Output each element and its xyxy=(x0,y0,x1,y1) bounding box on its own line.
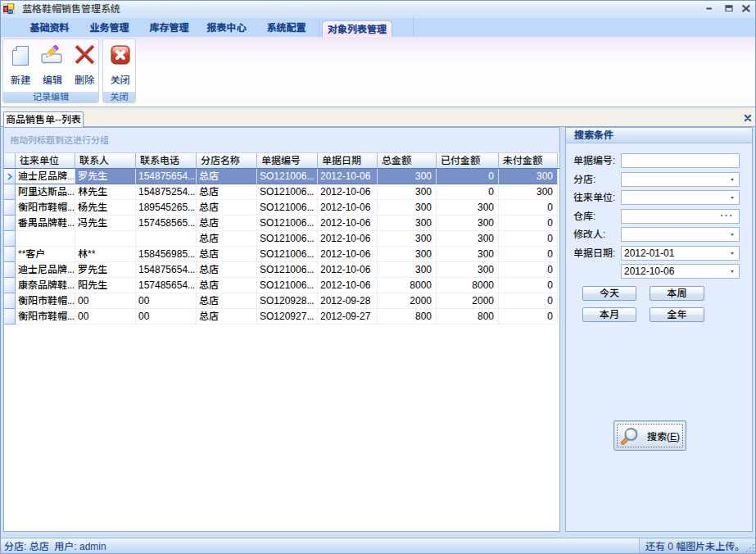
grid-cell[interactable]: 157485654... xyxy=(136,278,197,293)
grid-cell[interactable]: 2012-10-06 xyxy=(318,262,378,278)
grid-cell[interactable]: 康奈品牌鞋... xyxy=(16,278,75,293)
table-row[interactable]: 迪士尼品牌...罗先生154875654...总店SO121006...2012… xyxy=(4,169,559,184)
this-week-button[interactable]: 本周 xyxy=(650,286,704,301)
grid-cell[interactable]: SO121006... xyxy=(257,231,318,247)
grid-cell[interactable]: 迪士尼品牌... xyxy=(16,262,75,278)
close-page-button[interactable]: 关闭 xyxy=(105,41,135,92)
ribbon-tab-system-config[interactable]: 系统配置 xyxy=(256,18,316,37)
grid-cell[interactable]: SO121006... xyxy=(257,184,318,200)
edit-button[interactable]: 编辑 xyxy=(37,41,68,92)
ribbon-tab-object-list-active[interactable]: 对象列表管理 xyxy=(322,20,392,37)
grid-cell[interactable]: 总店 xyxy=(197,184,257,200)
table-row[interactable]: 阿里达斯品...林先生154875254...总店SO121006...2012… xyxy=(4,184,559,200)
grid-cell[interactable]: 0 xyxy=(437,169,499,184)
grid-cell[interactable]: 2000 xyxy=(437,293,499,309)
grid-cell[interactable]: 154875654... xyxy=(136,262,197,278)
grid-cell[interactable]: 总店 xyxy=(197,216,257,231)
grid-cell[interactable]: 总店 xyxy=(197,293,257,309)
column-header-contact[interactable]: 联系人 xyxy=(75,152,136,169)
grid-cell[interactable]: 0 xyxy=(437,184,499,200)
table-row[interactable]: 总店SO121006...2012-10-063003000 xyxy=(4,231,559,247)
grid-cell[interactable]: 2012-10-06 xyxy=(318,184,378,200)
grid-cell[interactable]: 300 xyxy=(437,200,499,216)
ribbon-tab-reports[interactable]: 报表中心 xyxy=(197,18,256,37)
close-button[interactable] xyxy=(739,0,754,18)
table-row[interactable]: 迪士尼品牌...罗先生154875654...总店SO121006...2012… xyxy=(4,262,559,278)
doc-no-input[interactable] xyxy=(621,153,740,168)
search-button[interactable]: 搜索(E) xyxy=(613,420,686,451)
grid-cell[interactable] xyxy=(16,231,75,247)
grid-cell[interactable]: 300 xyxy=(378,184,437,200)
column-header-doc-no[interactable]: 单据编号 xyxy=(257,152,318,169)
document-tab-sales-list[interactable]: 商品销售单--列表 xyxy=(3,111,84,127)
grid-cell[interactable]: 300 xyxy=(378,231,437,247)
grid-cell[interactable]: 300 xyxy=(378,169,437,184)
grid-cell[interactable]: 300 xyxy=(437,231,499,247)
chevron-down-icon[interactable] xyxy=(731,234,734,236)
grid-cell[interactable] xyxy=(136,231,197,247)
grid-cell[interactable]: 0 xyxy=(499,231,558,247)
column-header-paid[interactable]: 已付金额 xyxy=(437,152,499,169)
this-month-button[interactable]: 本月 xyxy=(582,307,636,322)
table-row[interactable]: 衡阳市鞋帽...0000总店SO120927...2012-09-2780080… xyxy=(4,309,559,325)
date-to-input[interactable]: 2012-10-06 xyxy=(621,264,740,279)
minimize-button[interactable] xyxy=(702,0,717,18)
new-button[interactable]: 新建 xyxy=(5,41,36,92)
grid-cell[interactable]: 00 xyxy=(75,309,136,325)
column-header-doc-date[interactable]: 单据日期 xyxy=(318,152,378,169)
ribbon-tab-inventory[interactable]: 库存管理 xyxy=(139,18,199,37)
grid-cell[interactable]: 154875654... xyxy=(136,169,197,184)
grid-cell[interactable]: 8000 xyxy=(378,278,437,293)
grid-cell[interactable]: 总店 xyxy=(197,309,257,325)
grid-cell[interactable]: 300 xyxy=(437,247,499,262)
grid-cell[interactable]: SO121006... xyxy=(257,216,318,231)
grid-cell[interactable]: SO120928... xyxy=(257,293,318,309)
grid-cell[interactable]: 8000 xyxy=(437,278,499,293)
column-header-total[interactable]: 总金额 xyxy=(378,152,437,169)
modifier-select[interactable] xyxy=(621,227,740,242)
grid-cell[interactable]: 衡阳市鞋帽... xyxy=(16,200,75,216)
grid-cell[interactable]: 300 xyxy=(378,262,437,278)
grid-cell[interactable]: 罗先生 xyxy=(75,169,136,184)
grid-cell[interactable]: 300 xyxy=(437,262,499,278)
grid-cell[interactable]: SO121006... xyxy=(257,247,318,262)
resize-grip[interactable] xyxy=(745,543,755,553)
grid-cell[interactable]: 300 xyxy=(378,247,437,262)
grid-cell[interactable]: 0 xyxy=(499,278,558,293)
grid-cell[interactable]: SO121006... xyxy=(257,278,318,293)
grid-cell[interactable]: 00 xyxy=(75,293,136,309)
grid-cell[interactable]: 林先生 xyxy=(75,184,136,200)
grid-cell[interactable]: 800 xyxy=(378,309,437,325)
grid-cell[interactable]: 00 xyxy=(136,293,197,309)
chevron-down-icon[interactable] xyxy=(731,270,734,273)
delete-button[interactable]: 删除 xyxy=(69,41,100,92)
grid-cell[interactable]: 0 xyxy=(499,262,558,278)
grid-cell[interactable]: 2012-10-06 xyxy=(318,231,378,247)
grid-cell[interactable]: 2012-09-28 xyxy=(318,293,378,309)
column-header-branch[interactable]: 分店名称 xyxy=(197,152,257,169)
grid-cell[interactable]: 2012-10-06 xyxy=(318,247,378,262)
grid-cell[interactable]: 300 xyxy=(499,184,558,200)
grid-cell[interactable]: 总店 xyxy=(197,262,257,278)
table-row[interactable]: **客户林**158456985...总店SO121006...2012-10-… xyxy=(4,247,559,262)
grid-cell[interactable]: 158456985... xyxy=(136,247,197,262)
partner-select[interactable] xyxy=(621,190,740,205)
grid-cell[interactable]: **客户 xyxy=(16,247,75,262)
grid-cell[interactable]: 300 xyxy=(378,216,437,231)
column-header-phone[interactable]: 联系电话 xyxy=(136,152,197,169)
grid-cell[interactable]: SO121006... xyxy=(257,200,318,216)
column-header-unpaid[interactable]: 未付金额 xyxy=(499,152,558,169)
grid-cell[interactable]: 800 xyxy=(437,309,499,325)
today-button[interactable]: 今天 xyxy=(582,286,636,301)
grid-cell[interactable]: 阿里达斯品... xyxy=(16,184,75,200)
grid-cell[interactable]: 189545265... xyxy=(136,200,197,216)
full-year-button[interactable]: 全年 xyxy=(650,307,704,322)
grid-cell[interactable]: 总店 xyxy=(197,247,257,262)
table-row[interactable]: 番禺品牌鞋...冯先生157458565...总店SO121006...2012… xyxy=(4,216,559,231)
grid-cell[interactable]: 林** xyxy=(75,247,136,262)
chevron-down-icon[interactable] xyxy=(731,179,734,181)
warehouse-input[interactable]: ··· xyxy=(621,209,740,224)
grid-cell[interactable]: 2012-10-06 xyxy=(318,278,378,293)
grid-cell[interactable]: 157458565... xyxy=(136,216,197,231)
grid-cell[interactable]: 0 xyxy=(499,200,558,216)
